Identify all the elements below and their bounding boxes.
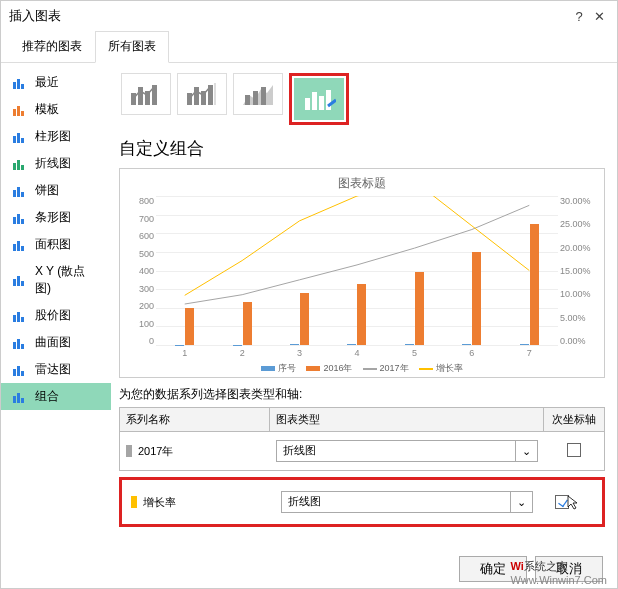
svg-rect-11	[21, 165, 24, 170]
svg-rect-26	[21, 317, 24, 322]
svg-rect-41	[194, 87, 199, 105]
surface-chart-icon	[11, 335, 27, 351]
svg-rect-1	[17, 79, 20, 89]
recent-icon	[11, 75, 27, 91]
svg-rect-19	[17, 241, 20, 251]
x-axis: 1234567	[156, 346, 558, 358]
svg-rect-48	[261, 87, 266, 105]
svg-rect-15	[13, 217, 16, 224]
sidebar-item-scatter-chart[interactable]: X Y (散点图)	[1, 258, 111, 302]
svg-rect-12	[13, 190, 16, 197]
svg-rect-4	[17, 106, 20, 116]
svg-rect-46	[245, 95, 250, 105]
ok-button[interactable]: 确定	[459, 556, 527, 582]
svg-rect-33	[13, 396, 16, 403]
dialog-title: 插入图表	[9, 7, 61, 25]
cursor-icon	[567, 495, 581, 511]
y-axis-right: 30.00%25.00%20.00%15.00%10.00%5.00%0.00%	[560, 196, 596, 346]
chart-type-combo[interactable]: 折线图 ⌄	[281, 491, 533, 513]
svg-rect-10	[17, 160, 20, 170]
header-chart-type: 图表类型	[270, 408, 544, 431]
sidebar-item-stock-chart[interactable]: 股价图	[1, 302, 111, 329]
svg-rect-5	[21, 111, 24, 116]
chart-legend: 序号 2016年 2017年 增长率	[128, 362, 596, 375]
svg-rect-47	[253, 91, 258, 105]
insert-chart-dialog: 插入图表 ? ✕ 推荐的图表 所有图表 最近模板柱形图折线图饼图条形图面积图X …	[0, 0, 618, 589]
svg-rect-52	[326, 90, 331, 110]
svg-rect-23	[21, 281, 24, 286]
sidebar-item-template[interactable]: 模板	[1, 96, 111, 123]
svg-rect-27	[13, 342, 16, 349]
svg-rect-30	[13, 369, 16, 376]
section-title: 自定义组合	[119, 137, 605, 160]
svg-rect-34	[17, 393, 20, 403]
series-swatch-icon	[126, 445, 132, 457]
chart-type-sidebar: 最近模板柱形图折线图饼图条形图面积图X Y (散点图)股价图曲面图雷达图组合	[1, 63, 111, 545]
series-table-header: 系列名称 图表类型 次坐标轴	[120, 408, 604, 432]
svg-rect-31	[17, 366, 20, 376]
area-chart-icon	[11, 237, 27, 253]
cancel-button[interactable]: 取消	[535, 556, 603, 582]
svg-rect-25	[17, 312, 20, 322]
highlight-box: 增长率 折线图 ⌄	[119, 477, 605, 527]
svg-rect-29	[21, 344, 24, 349]
svg-rect-8	[21, 138, 24, 143]
svg-rect-21	[13, 279, 16, 286]
svg-rect-14	[21, 192, 24, 197]
combo-thumb-1[interactable]	[121, 73, 171, 115]
svg-rect-20	[21, 246, 24, 251]
header-series-name: 系列名称	[120, 408, 270, 431]
close-button[interactable]: ✕	[589, 9, 609, 24]
sidebar-item-bar-chart[interactable]: 条形图	[1, 204, 111, 231]
template-icon	[11, 102, 27, 118]
bar-chart-icon	[11, 210, 27, 226]
svg-rect-17	[21, 219, 24, 224]
sidebar-item-surface-chart[interactable]: 曲面图	[1, 329, 111, 356]
combo-thumb-custom[interactable]	[294, 78, 344, 120]
tab-all-charts[interactable]: 所有图表	[95, 31, 169, 63]
sidebar-item-recent[interactable]: 最近	[1, 69, 111, 96]
scatter-chart-icon	[11, 272, 27, 288]
sidebar-item-combo-chart[interactable]: 组合	[1, 383, 111, 410]
secondary-axis-checkbox[interactable]	[567, 443, 581, 457]
svg-rect-51	[319, 96, 324, 110]
pie-chart-icon	[11, 183, 27, 199]
sidebar-item-radar-chart[interactable]: 雷达图	[1, 356, 111, 383]
column-chart-icon	[11, 129, 27, 145]
svg-rect-6	[13, 136, 16, 143]
chevron-down-icon: ⌄	[515, 441, 537, 461]
svg-rect-49	[305, 98, 310, 110]
combo-thumb-3[interactable]	[233, 73, 283, 115]
svg-rect-28	[17, 339, 20, 349]
svg-rect-13	[17, 187, 20, 197]
radar-chart-icon	[11, 362, 27, 378]
legend-item: 2016年	[306, 362, 352, 375]
svg-rect-37	[138, 87, 143, 105]
header-secondary-axis: 次坐标轴	[544, 408, 604, 431]
sidebar-item-column-chart[interactable]: 柱形图	[1, 123, 111, 150]
chevron-down-icon: ⌄	[510, 492, 532, 512]
series-table: 系列名称 图表类型 次坐标轴 2017年 折线图 ⌄	[119, 407, 605, 471]
combo-thumb-2[interactable]	[177, 73, 227, 115]
tab-recommended[interactable]: 推荐的图表	[9, 31, 95, 62]
tab-strip: 推荐的图表 所有图表	[1, 31, 617, 63]
sidebar-item-area-chart[interactable]: 面积图	[1, 231, 111, 258]
svg-rect-24	[13, 315, 16, 322]
plot-area	[156, 196, 558, 346]
legend-item: 2017年	[363, 362, 409, 375]
highlight-box	[289, 73, 349, 125]
svg-rect-18	[13, 244, 16, 251]
help-button[interactable]: ?	[569, 9, 589, 24]
dialog-footer: 确定 取消	[459, 556, 603, 582]
combo-subtype-thumbs	[119, 71, 605, 127]
series-section-label: 为您的数据系列选择图表类型和轴:	[119, 386, 605, 403]
legend-item: 序号	[261, 362, 296, 375]
series-name: 增长率	[143, 495, 176, 510]
main-panel: 自定义组合 图表标题 8007006005004003002001000 30.…	[111, 63, 617, 545]
legend-item: 增长率	[419, 362, 463, 375]
chart-type-combo[interactable]: 折线图 ⌄	[276, 440, 538, 462]
svg-rect-0	[13, 82, 16, 89]
sidebar-item-pie-chart[interactable]: 饼图	[1, 177, 111, 204]
sidebar-item-line-chart[interactable]: 折线图	[1, 150, 111, 177]
series-name: 2017年	[138, 444, 173, 459]
